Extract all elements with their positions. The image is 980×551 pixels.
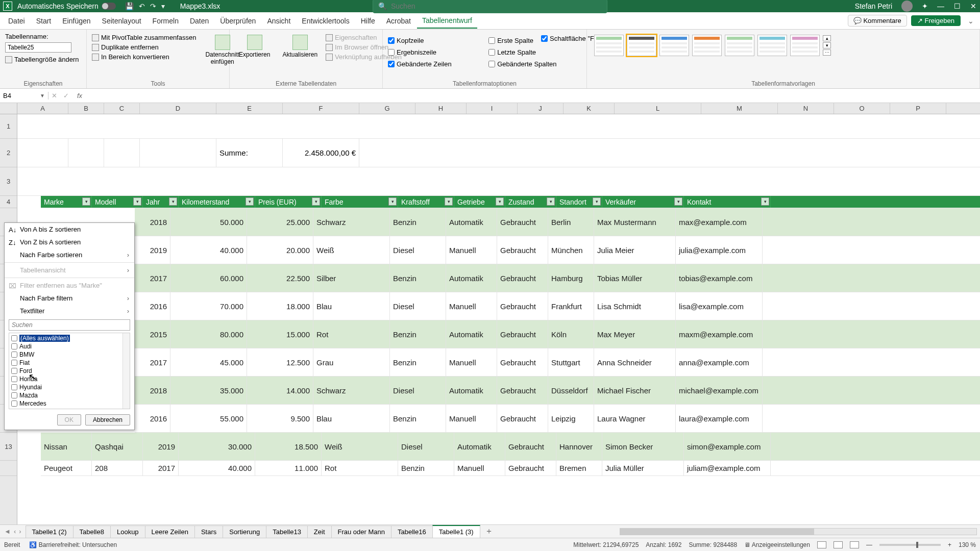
cell-b2[interactable] — [68, 139, 104, 167]
data-cell[interactable]: Schwarz — [313, 208, 390, 236]
ribbon-collapse-icon[interactable]: ⌄ — [965, 17, 977, 25]
tab-seitenlayout[interactable]: Seitenlayout — [97, 14, 146, 28]
filter-button-farbe[interactable]: ▾ — [388, 197, 397, 206]
sheet-tab[interactable]: Tabelle13 — [266, 525, 308, 538]
data-cell[interactable]: Manuell — [446, 405, 497, 432]
tab-tabellenentwurf[interactable]: Tabellenentwurf — [417, 13, 477, 29]
data-cell[interactable]: Gebraucht — [497, 208, 548, 236]
data-cell[interactable]: Hamburg — [548, 264, 594, 292]
data-cell[interactable]: Michael Fischer — [594, 377, 676, 404]
tab-entwicklertools[interactable]: Entwicklertools — [297, 14, 354, 28]
text-filter-item[interactable]: Textfilter› — [5, 305, 134, 317]
column-header-F[interactable]: F — [283, 103, 359, 114]
tab-formeln[interactable]: Formeln — [148, 14, 184, 28]
tab-datei[interactable]: Datei — [3, 14, 30, 28]
data-cell[interactable]: Düsseldorf — [548, 377, 594, 404]
add-sheet-button[interactable]: ＋ — [480, 526, 498, 537]
filter-search-input[interactable] — [9, 319, 130, 331]
filter-item-ford[interactable]: Ford — [10, 367, 129, 375]
display-settings-button[interactable]: 🖥 Anzeigeeinstellungen — [744, 541, 810, 548]
data-cell[interactable]: Benzin — [390, 320, 446, 348]
row-header-1[interactable]: 1 — [0, 114, 17, 139]
export-button[interactable]: Exportieren — [235, 33, 274, 62]
last-col-checkbox[interactable]: Letzte Spalte — [488, 47, 581, 57]
data-cell[interactable]: Schwarz — [313, 377, 390, 404]
table-style-6[interactable] — [757, 35, 787, 56]
data-cell[interactable]: Diesel — [390, 377, 446, 404]
cell-c2[interactable] — [104, 139, 140, 167]
save-icon[interactable]: 💾 — [125, 2, 134, 10]
filter-select-all[interactable]: (Alles auswählen) — [10, 334, 129, 342]
filter-button-kraftstoff[interactable]: ▾ — [445, 197, 453, 206]
table-header-getriebe[interactable]: Getriebe▾ — [454, 196, 505, 208]
data-cell[interactable]: 22.500 — [247, 264, 313, 292]
sheet-tab[interactable]: Tabelle1 (2) — [26, 525, 74, 538]
column-header-E[interactable]: E — [216, 103, 283, 114]
data-cell[interactable]: Gebraucht — [497, 236, 548, 264]
data-cell[interactable]: 40.000 — [179, 461, 255, 475]
filter-button-marke[interactable]: ▾ — [82, 197, 90, 206]
convert-range-button[interactable]: In Bereich konvertieren — [92, 52, 196, 62]
tab-start[interactable]: Start — [31, 14, 57, 28]
data-cell[interactable]: Stuttgart — [548, 348, 594, 376]
fx-cancel-icon[interactable]: ✕ — [48, 92, 60, 99]
filter-button-kilometerstand[interactable]: ▾ — [246, 197, 254, 206]
table-style-1[interactable] — [594, 35, 624, 56]
data-cell[interactable]: Nissan — [41, 433, 92, 460]
data-cell[interactable]: tobias@example.com — [676, 264, 763, 292]
data-cell[interactable]: Benzin — [390, 405, 446, 432]
coming-soon-icon[interactable]: ✦ — [922, 2, 928, 10]
column-header-O[interactable]: O — [834, 103, 890, 114]
filter-item-hyundai[interactable]: Hyundai — [10, 383, 129, 391]
table-header-modell[interactable]: Modell▾ — [92, 196, 143, 208]
data-cell[interactable]: lisa@example.com — [676, 292, 763, 320]
gallery-more-icon[interactable]: ⋯ — [823, 49, 831, 56]
filter-button-jahr[interactable]: ▾ — [169, 197, 177, 206]
data-cell[interactable]: 80.000 — [170, 320, 247, 348]
data-cell[interactable]: Gebraucht — [497, 348, 548, 376]
row-header-2[interactable]: 2 — [0, 139, 17, 167]
column-header-N[interactable]: N — [778, 103, 834, 114]
data-cell[interactable]: Gebraucht — [497, 320, 548, 348]
data-cell[interactable]: Rot — [322, 461, 398, 475]
column-header-I[interactable]: I — [467, 103, 518, 114]
banded-rows-checkbox[interactable]: Gebänderte Zeilen — [388, 59, 476, 69]
sheet-tab[interactable]: Tabelle1 (3) — [432, 525, 480, 538]
page-layout-view-button[interactable] — [834, 541, 843, 548]
data-cell[interactable]: 2015 — [135, 320, 170, 348]
table-style-3[interactable] — [659, 35, 689, 56]
data-cell[interactable]: Blau — [313, 405, 390, 432]
data-cell[interactable]: max@example.com — [676, 208, 763, 236]
cell-d2[interactable] — [140, 139, 216, 167]
data-cell[interactable]: 2019 — [135, 236, 170, 264]
user-avatar[interactable] — [901, 1, 913, 12]
data-cell[interactable]: 30.000 — [179, 433, 255, 460]
data-cell[interactable]: maxm@example.com — [676, 320, 763, 348]
data-cell[interactable]: Weiß — [322, 433, 398, 460]
filter-item-bmw[interactable]: BMW — [10, 350, 129, 359]
data-cell[interactable]: 25.000 — [247, 208, 313, 236]
sheet-tab[interactable]: Lookup — [110, 525, 145, 538]
filter-cancel-button[interactable]: Abbrechen — [85, 414, 130, 425]
spreadsheet-grid[interactable]: ABCDEFGHIJKLMNOP 123413 Summe:2.458.000,… — [0, 103, 980, 531]
maximize-button[interactable]: ☐ — [953, 2, 961, 10]
cell-a2[interactable] — [17, 139, 68, 167]
filter-button-standort[interactable]: ▾ — [593, 197, 601, 206]
filter-button-zustand[interactable]: ▾ — [547, 197, 555, 206]
table-style-7[interactable] — [790, 35, 820, 56]
data-cell[interactable]: Manuell — [446, 236, 497, 264]
table-header-farbe[interactable]: Farbe▾ — [322, 196, 398, 208]
table-header-kraftstoff[interactable]: Kraftstoff▾ — [398, 196, 454, 208]
filter-button-modell[interactable]: ▾ — [133, 197, 141, 206]
zoom-out-button[interactable]: — — [866, 541, 872, 548]
zoom-slider[interactable] — [879, 544, 941, 546]
row-header-4[interactable]: 4 — [0, 196, 17, 208]
refresh-button[interactable]: Aktualisieren — [278, 33, 322, 62]
filter-item-honda[interactable]: Honda — [10, 375, 129, 383]
data-cell[interactable]: Weiß — [313, 236, 390, 264]
fx-accept-icon[interactable]: ✓ — [60, 92, 72, 99]
data-cell[interactable]: julia@example.com — [676, 236, 763, 264]
data-cell[interactable]: 50.000 — [170, 208, 247, 236]
data-cell[interactable]: 20.000 — [247, 236, 313, 264]
data-cell[interactable]: Gebraucht — [505, 461, 556, 475]
